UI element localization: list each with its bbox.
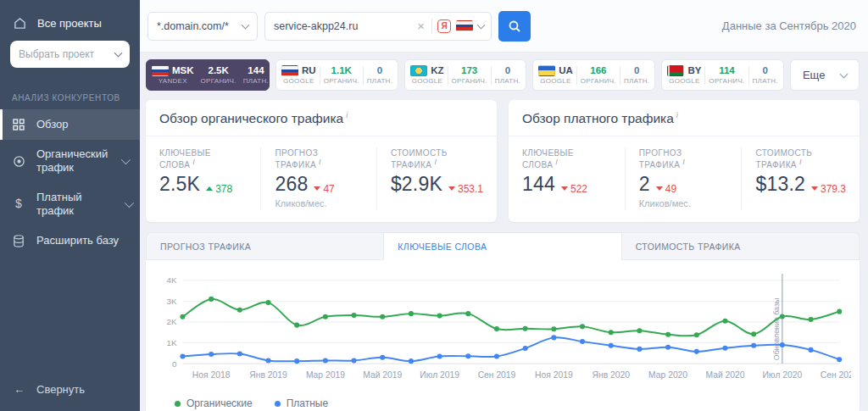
svg-text:Июл 2019: Июл 2019 (420, 370, 459, 380)
sidebar-item-label: Обзор (36, 118, 131, 131)
chart-tabs: ПРОГНОЗ ТРАФИКА КЛЮЧЕВЫЕ СЛОВА СТОИМОСТЬ… (146, 232, 860, 260)
delta-arrow-icon (448, 186, 455, 191)
sidebar-item-label: Расширить базу (36, 234, 131, 247)
paid-traffic-card: Обзор платного трафикаi КЛЮЧЕВЫЕ СЛОВАi … (509, 100, 860, 222)
chart-card: 01K2K3K4KНоя 2018Янв 2019Мар 2019Май 201… (146, 260, 860, 411)
card-title: Обзор платного трафикаi (509, 100, 860, 136)
sidebar-item-label: Органический трафик (36, 147, 111, 175)
legend-dot-icon (275, 401, 281, 407)
svg-text:1K: 1K (167, 338, 177, 347)
chevron-down-icon (114, 49, 123, 58)
home-icon (12, 15, 27, 31)
metric-traffic-cost: СТОИМОСТЬ ТРАФИКАi $2.9K 353.1 (376, 147, 497, 210)
organic-traffic-card: Обзор органического трафикаi КЛЮЧЕВЫЕ СЛ… (146, 100, 497, 222)
svg-text:Ноя 2018: Ноя 2018 (192, 370, 231, 380)
metric-traffic-cost: СТОИМОСТЬ ТРАФИКАi $13.2 379.3 (741, 147, 860, 210)
svg-text:Мар 2020: Мар 2020 (648, 370, 687, 380)
country-flag-icon (667, 65, 684, 76)
main-area: *.domain.com/* × Я Данные за Сентябрь 20… (140, 0, 868, 411)
info-icon[interactable]: i (434, 158, 437, 166)
country-flag-icon (538, 65, 555, 76)
collapse-sidebar-button[interactable]: ← Свернуть (0, 371, 140, 411)
sidebar-item-overview[interactable]: Обзор (0, 109, 140, 140)
svg-text:3K: 3K (167, 297, 177, 306)
all-projects-label: Все проекты (37, 17, 102, 30)
svg-text:0: 0 (172, 359, 177, 369)
chevron-down-icon[interactable] (477, 20, 486, 29)
svg-text:Обновление базы: Обновление базы (772, 298, 781, 360)
delta-arrow-icon (811, 186, 818, 191)
region-chip-ua-google[interactable]: UA GOOGLE 166ОРГАНИЧ. 0ПЛАТН. (532, 59, 655, 91)
sidebar-item-expand-database[interactable]: Расширить базу (0, 225, 140, 256)
chart-section: ПРОГНОЗ ТРАФИКА КЛЮЧЕВЫЕ СЛОВА СТОИМОСТЬ… (146, 232, 860, 411)
legend-label: Органические (186, 397, 253, 409)
more-button-label: Еще (803, 69, 825, 81)
clear-icon[interactable]: × (415, 19, 426, 33)
more-regions-button[interactable]: Еще (790, 59, 860, 91)
country-flag-icon (410, 65, 427, 76)
metric-keywords: КЛЮЧЕВЫЕ СЛОВАi 144 522 (509, 147, 625, 210)
svg-text:Янв 2019: Янв 2019 (249, 370, 287, 380)
sidebar-item-organic-traffic[interactable]: Органический трафик (0, 140, 140, 183)
sidebar-section-label: АНАЛИЗ КОНКУРЕНТОВ (0, 71, 140, 109)
region-chip-ru-google[interactable]: RU GOOGLE 1.1KОРГАНИЧ. 0ПЛАТН. (275, 59, 398, 91)
chevron-down-icon (121, 155, 131, 164)
svg-text:2K: 2K (167, 318, 177, 327)
region-chip-kz-google[interactable]: KZ GOOGLE 173ОРГАНИЧ. 0ПЛАТН. (404, 59, 526, 91)
tab-keywords[interactable]: КЛЮЧЕВЫЕ СЛОВА (384, 232, 621, 260)
domain-filter-value: *.domain.com/* (157, 20, 229, 32)
legend-item-organic[interactable]: Органические (175, 397, 253, 409)
search-input[interactable] (274, 20, 410, 32)
project-select[interactable]: Выбрать проект (10, 41, 130, 68)
metric-keywords: КЛЮЧЕВЫЕ СЛОВАi 2.5K 378 (146, 147, 260, 210)
search-box: × Я (264, 12, 492, 41)
svg-text:Янв 2020: Янв 2020 (593, 370, 631, 380)
delta-arrow-icon (561, 186, 568, 191)
arrow-left-icon: ← (14, 383, 25, 396)
divider (431, 19, 432, 34)
card-title: Обзор органического трафикаi (146, 100, 497, 136)
delta-arrow-icon (206, 186, 213, 191)
info-icon[interactable]: i (676, 111, 678, 119)
chevron-down-icon (125, 198, 134, 208)
info-icon[interactable]: i (682, 158, 685, 166)
info-icon[interactable]: i (799, 158, 802, 166)
tab-traffic-cost[interactable]: СТОИМОСТЬ ТРАФИКА (622, 232, 860, 260)
svg-text:4K: 4K (167, 276, 177, 286)
metric-traffic-forecast: ПРОГНОЗ ТРАФИКАi 268 47 Кликов/мес. (260, 147, 376, 210)
sidebar-item-paid-traffic[interactable]: $ Платный трафик (0, 183, 140, 226)
delta-arrow-icon (314, 186, 320, 191)
region-chip-msk-yandex[interactable]: MSK YANDEX 2.5KОРГАНИЧ. 144ПЛАТН. (146, 59, 270, 91)
target-icon (11, 153, 26, 169)
region-chip-by-google[interactable]: BY GOOGLE 114ОРГАНИЧ. 0ПЛАТН. (661, 59, 784, 91)
svg-text:Июл 2020: Июл 2020 (762, 370, 802, 380)
topbar: *.domain.com/* × Я Данные за Сентябрь 20… (140, 0, 868, 53)
info-icon[interactable]: i (555, 158, 558, 166)
chart-legend: Органические Платные (154, 392, 851, 409)
svg-text:Мар 2019: Мар 2019 (306, 370, 345, 380)
app-root: Все проекты Выбрать проект АНАЛИЗ КОНКУР… (0, 0, 868, 411)
info-icon[interactable]: i (192, 158, 195, 166)
info-icon[interactable]: i (319, 158, 321, 166)
sidebar-item-label: Платный трафик (36, 191, 114, 219)
all-projects-link[interactable]: Все проекты (10, 12, 130, 41)
tab-traffic-forecast[interactable]: ПРОГНОЗ ТРАФИКА (146, 232, 384, 260)
legend-item-paid[interactable]: Платные (275, 397, 328, 409)
search-button[interactable] (498, 11, 531, 42)
legend-label: Платные (287, 397, 328, 409)
svg-text:Ноя 2019: Ноя 2019 (535, 370, 573, 380)
domain-filter-dropdown[interactable]: *.domain.com/* (147, 12, 258, 41)
svg-text:Сен 2019: Сен 2019 (478, 370, 516, 380)
keywords-line-chart: 01K2K3K4KНоя 2018Янв 2019Мар 2019Май 201… (154, 270, 851, 392)
svg-text:Май 2020: Май 2020 (705, 370, 744, 380)
svg-text:Май 2019: Май 2019 (363, 370, 402, 380)
grid-icon (11, 117, 26, 132)
content: MSK YANDEX 2.5KОРГАНИЧ. 144ПЛАТН. RU GOO… (140, 53, 868, 411)
collapse-label: Свернуть (36, 383, 85, 396)
yandex-icon: Я (437, 19, 451, 33)
region-chips-row: MSK YANDEX 2.5KОРГАНИЧ. 144ПЛАТН. RU GOO… (146, 59, 860, 91)
info-icon[interactable]: i (346, 111, 348, 119)
chevron-down-icon (242, 20, 250, 29)
country-flag-icon (281, 65, 298, 76)
svg-text:Сен 2020: Сен 2020 (821, 370, 851, 380)
